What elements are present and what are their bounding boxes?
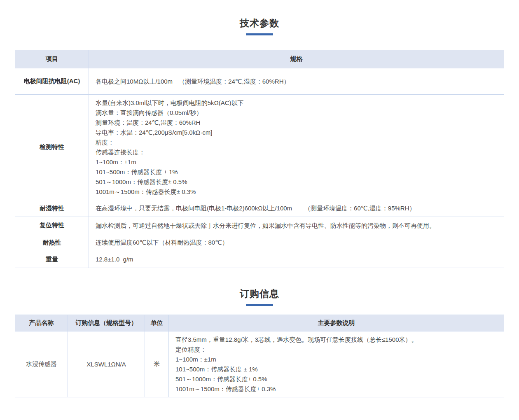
spec-line: 测量环境：温度：24℃,湿度：60%RH — [96, 118, 497, 128]
table-row-weight: 重量 12.8±1.0 g/m — [15, 251, 504, 268]
order-header-row: 产品名称 订购信息（规格型号） 单位 主要参数说明 — [15, 315, 504, 331]
table-row-humidity: 耐湿特性 在高湿环境中，只要无结露，电极间电阻(电极1-电极2)600kΩ以上/… — [15, 200, 504, 217]
tech-header-row: 项目 规格 — [15, 50, 504, 68]
column-header-product: 产品名称 — [15, 315, 68, 331]
table-row-reset: 复位特性 漏水检测后，可通过自然地干燥状或去除于水分来进行复位，如果漏水中含有导… — [15, 217, 504, 234]
table-row-heat: 耐热性 连续使用温度60℃以下（材料耐热温度：80℃） — [15, 234, 504, 251]
spec-line: 101~500m：传感器长度 ± 1% — [96, 167, 497, 177]
spec-line: 12.8±1.0 g/m — [96, 254, 497, 264]
table-row-water-sensor: 水浸传感器 XLSWL1ΩN/A 米 直径3.5mm，重量12.8g/米，3芯线… — [15, 331, 504, 397]
model-number: XLSWL1ΩN/A — [68, 331, 145, 397]
row-value: 在高湿环境中，只要无结露，电极间电阻(电极1-电极2)600kΩ以上/100m … — [89, 200, 504, 217]
column-header-item: 项目 — [15, 50, 89, 68]
row-label: 检测特性 — [15, 95, 89, 200]
spec-line: 501～1000m：传感器长度± 0.5% — [175, 374, 497, 384]
column-header-unit: 单位 — [145, 315, 169, 331]
column-header-model: 订购信息（规格型号） — [68, 315, 145, 331]
row-value: 漏水检测后，可通过自然地干燥状或去除于水分来进行复位，如果漏水中含有导电性、防水… — [89, 217, 504, 234]
product-spec-page: 技术参数 项目 规格 电极间阻抗电阻(AC) 各电极之间10MΩ以上/100m … — [0, 0, 519, 420]
order-section-title: 订购信息 — [0, 287, 519, 300]
spec-line: 101~500m：传感器长度 ± 1% — [175, 364, 497, 374]
row-value: 12.8±1.0 g/m — [89, 251, 504, 268]
tech-specs-table: 项目 规格 电极间阻抗电阻(AC) 各电极之间10MΩ以上/100m （测量环境… — [15, 50, 504, 268]
row-label: 耐热性 — [15, 234, 89, 251]
spec-line: 1001m～1500m：传感器长度± 0.3% — [175, 384, 497, 394]
spec-line: 各电极之间10MΩ以上/100m （测量环境温度：24℃,湿度：60%RH） — [96, 77, 497, 86]
spec-line: 501～1000m：传感器长度± 0.5% — [96, 177, 497, 187]
row-label: 电极间阻抗电阻(AC) — [15, 68, 89, 95]
row-value: 连续使用温度60℃以下（材料耐热温度：80℃） — [89, 234, 504, 251]
unit-value: 米 — [145, 331, 169, 397]
spec-line: 定位精度： — [175, 345, 497, 355]
spec-line: 传感器连接长度： — [96, 147, 497, 157]
spec-line: 在高湿环境中，只要无结露，电极间电阻(电极1-电极2)600kΩ以上/100m … — [96, 203, 497, 213]
spec-line: 直径3.5mm，重量12.8g/米，3芯线，遇水变色。现场可任意长度接线（总长≤… — [175, 335, 497, 345]
spec-line: 精度： — [96, 138, 497, 147]
spec-line: 1001m～1500m：传感器长度± 0.3% — [96, 187, 497, 197]
spec-line: 1~100m：±1m — [96, 157, 497, 167]
product-name: 水浸传感器 — [15, 331, 68, 397]
column-header-spec: 规格 — [89, 50, 504, 68]
spec-line: 连续使用温度60℃以下（材料耐热温度：80℃） — [96, 238, 497, 247]
spec-line: 1~100m：±1m — [175, 355, 497, 364]
table-row-impedance: 电极间阻抗电阻(AC) 各电极之间10MΩ以上/100m （测量环境温度：24℃… — [15, 68, 504, 95]
params-description: 直径3.5mm，重量12.8g/米，3芯线，遇水变色。现场可任意长度接线（总长≤… — [169, 331, 504, 397]
tech-section-title: 技术参数 — [0, 16, 519, 30]
row-value: 各电极之间10MΩ以上/100m （测量环境温度：24℃,湿度：60%RH） — [89, 68, 504, 95]
column-header-params: 主要参数说明 — [169, 315, 504, 331]
table-row-detection: 检测特性 水量(自来水)3.0ml以下时，电极间电阻的5kΩ(AC)以下 滴水量… — [15, 95, 504, 200]
spec-line: 漏水检测后，可通过自然地干燥状或去除于水分来进行复位，如果漏水中含有导电性、防水… — [96, 221, 497, 231]
spec-line: 滴水量：直接滴向传感器（0.05ml/秒） — [96, 108, 497, 118]
order-info-table: 产品名称 订购信息（规格型号） 单位 主要参数说明 水浸传感器 XLSWL1ΩN… — [15, 315, 504, 397]
row-label: 耐湿特性 — [15, 200, 89, 217]
row-label: 复位特性 — [15, 217, 89, 234]
spec-line: 水量(自来水)3.0ml以下时，电极间电阻的5kΩ(AC)以下 — [96, 98, 497, 108]
tech-title-underline — [246, 33, 273, 35]
row-value: 水量(自来水)3.0ml以下时，电极间电阻的5kΩ(AC)以下 滴水量：直接滴向… — [89, 95, 504, 200]
spec-line: 导电率：水温：24℃,200μS/cm[5.0kΩ·cm] — [96, 128, 497, 138]
order-title-underline — [246, 304, 273, 306]
row-label: 重量 — [15, 251, 89, 268]
